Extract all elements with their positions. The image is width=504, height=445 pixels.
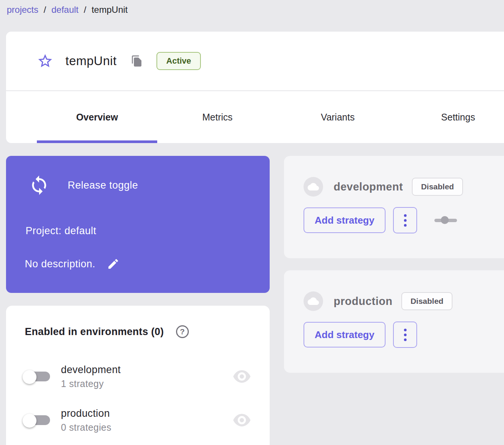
environment-actions: Add strategy (284, 311, 504, 348)
tab-metrics[interactable]: Metrics (157, 91, 278, 143)
kebab-dot (404, 334, 407, 336)
feature-type-card: Release toggle Project: default No descr… (6, 156, 270, 293)
enabled-environments-card: Enabled in environments (0) ? developmen… (6, 306, 270, 445)
cloud-icon (304, 177, 323, 197)
kebab-dot (404, 224, 407, 227)
description-line: No description. (25, 258, 120, 270)
help-icon[interactable]: ? (176, 325, 189, 338)
tab-bar: Overview Metrics Variants Settings (6, 91, 504, 143)
tab-overview[interactable]: Overview (37, 91, 157, 143)
toggle-thumb (441, 216, 449, 224)
production-switch[interactable] (23, 412, 51, 428)
environment-row-name: production (61, 408, 233, 419)
breadcrumb-link-default[interactable]: default (52, 5, 79, 15)
feature-type-header: Release toggle (6, 156, 270, 196)
breadcrumb: projects / default / tempUnit (7, 5, 128, 15)
environment-row-development: development 1 strategy (6, 355, 270, 398)
environment-status-badge: Disabled (401, 292, 452, 310)
environment-card-production: production Disabled Add strategy (284, 270, 504, 373)
switch-thumb (23, 370, 36, 384)
copy-name-icon[interactable] (131, 55, 143, 67)
environment-actions: Add strategy (284, 197, 504, 233)
add-strategy-button[interactable]: Add strategy (304, 207, 386, 233)
environment-header: production Disabled (284, 270, 504, 311)
status-badge: Active (156, 52, 201, 70)
kebab-dot (404, 219, 407, 222)
enabled-environments-title: Enabled in environments (0) (25, 326, 164, 338)
release-toggle-loop-icon (29, 175, 50, 196)
environment-name: development (334, 181, 403, 193)
enabled-environments-header: Enabled in environments (0) ? (6, 306, 270, 338)
tab-variants[interactable]: Variants (278, 91, 398, 143)
environment-name: production (334, 295, 392, 308)
development-switch[interactable] (23, 368, 51, 385)
environment-status-badge: Disabled (412, 178, 463, 196)
kebab-dot (404, 214, 407, 217)
kebab-dot (404, 329, 407, 331)
environment-header: development Disabled (284, 156, 504, 197)
breadcrumb-current: tempUnit (91, 5, 128, 15)
cloud-icon (304, 291, 323, 311)
visibility-eye-icon[interactable] (233, 413, 251, 427)
visibility-eye-icon[interactable] (233, 370, 251, 383)
environment-row-labels: development 1 strategy (61, 364, 233, 389)
feature-title-row: tempUnit Active (6, 32, 504, 90)
feature-header-card: tempUnit Active Overview Metrics Variant… (6, 32, 504, 143)
favorite-star-icon[interactable] (37, 53, 53, 69)
feature-type-label: Release toggle (68, 180, 138, 191)
breadcrumb-separator: / (44, 5, 46, 15)
breadcrumb-link-projects[interactable]: projects (7, 5, 38, 15)
switch-thumb (23, 414, 36, 428)
tab-settings[interactable]: Settings (398, 91, 504, 143)
page-title: tempUnit (65, 54, 117, 68)
environment-row-production: production 0 strategies (6, 398, 270, 442)
environment-row-strategies: 0 strategies (61, 422, 233, 433)
more-options-button[interactable] (393, 207, 417, 233)
environment-toggle-list: development 1 strategy production 0 stra… (6, 355, 270, 442)
environment-enable-toggle[interactable] (434, 216, 457, 225)
add-strategy-button[interactable]: Add strategy (304, 322, 386, 347)
edit-description-icon[interactable] (107, 258, 120, 270)
description-text: No description. (25, 258, 96, 270)
environment-row-name: development (61, 364, 233, 376)
kebab-dot (404, 338, 407, 341)
project-label: Project: default (26, 225, 96, 237)
more-options-button[interactable] (393, 322, 417, 348)
environment-card-development: development Disabled Add strategy (284, 156, 504, 258)
active-tab-indicator (37, 140, 157, 143)
environment-row-labels: production 0 strategies (61, 408, 233, 433)
environment-row-strategies: 1 strategy (61, 378, 233, 389)
breadcrumb-separator: / (84, 5, 87, 15)
